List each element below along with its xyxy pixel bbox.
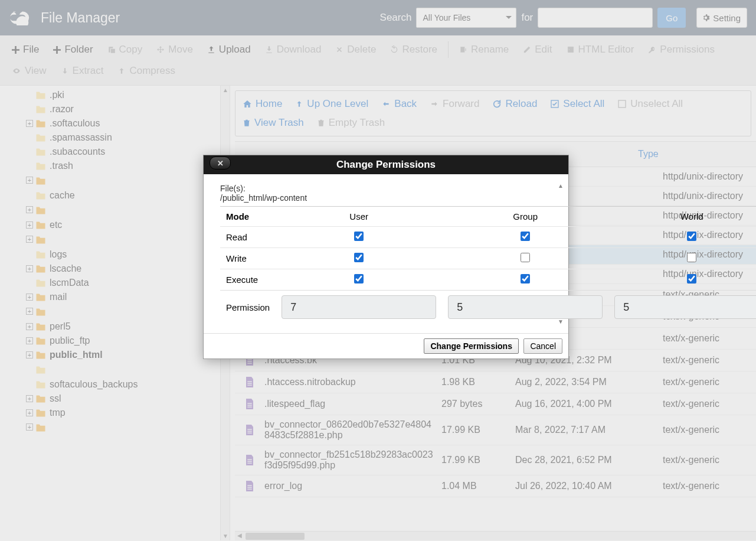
user-header: User xyxy=(276,207,442,227)
permissions-table: Mode User Group World Read Write Execute xyxy=(220,206,756,324)
execute-user-checkbox[interactable] xyxy=(354,274,364,283)
read-user-checkbox[interactable] xyxy=(354,232,364,241)
dialog-footer: Change Permissions Cancel xyxy=(204,333,568,359)
write-group-checkbox[interactable] xyxy=(521,253,530,262)
read-label: Read xyxy=(220,227,276,248)
close-icon: ✕ xyxy=(217,159,224,168)
mode-header: Mode xyxy=(220,207,276,227)
permission-user-input[interactable] xyxy=(282,295,436,319)
write-world-checkbox[interactable] xyxy=(687,253,696,262)
permission-world-input[interactable] xyxy=(614,295,756,319)
permission-group-input[interactable] xyxy=(448,295,603,319)
write-user-checkbox[interactable] xyxy=(354,253,364,262)
world-header: World xyxy=(608,207,756,227)
file-path: /public_html/wp-content xyxy=(220,193,554,203)
write-label: Write xyxy=(220,248,276,269)
change-permissions-submit-button[interactable]: Change Permissions xyxy=(424,338,519,354)
execute-world-checkbox[interactable] xyxy=(687,274,696,283)
dialog-scrollbar[interactable] xyxy=(557,182,565,325)
dialog-title: Change Permissions xyxy=(336,159,436,171)
group-header: Group xyxy=(442,207,608,227)
change-permissions-dialog: ✕ Change Permissions File(s): /public_ht… xyxy=(203,155,569,359)
cancel-button[interactable]: Cancel xyxy=(523,338,562,354)
read-group-checkbox[interactable] xyxy=(521,232,530,241)
execute-group-checkbox[interactable] xyxy=(521,274,530,283)
permission-label: Permission xyxy=(220,291,276,324)
dialog-header: ✕ Change Permissions xyxy=(204,155,568,174)
read-world-checkbox[interactable] xyxy=(687,232,696,241)
execute-label: Execute xyxy=(220,269,276,291)
files-label: File(s): xyxy=(220,184,554,193)
dialog-close-button[interactable]: ✕ xyxy=(210,157,231,170)
